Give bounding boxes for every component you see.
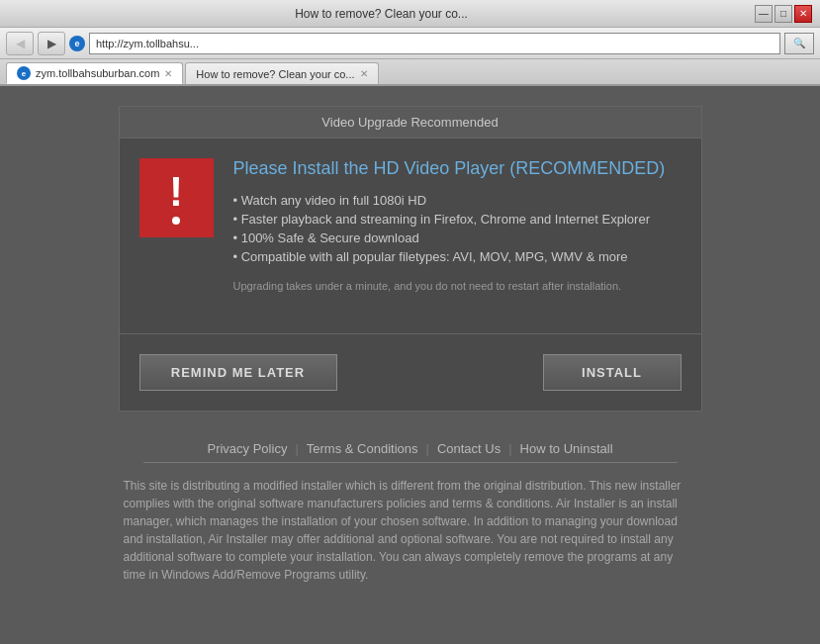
address-text: http://zym.tollbahsu...	[96, 38, 774, 49]
modal-note: Upgrading takes under a minute, and you …	[233, 280, 682, 292]
footer-links: Privacy Policy | Terms & Conditions | Co…	[199, 441, 620, 456]
exclamation-dot	[172, 217, 180, 225]
close-button[interactable]: ✕	[794, 5, 812, 23]
modal-header: Video Upgrade Recommended	[120, 107, 701, 138]
browser-chrome: How to remove? Clean your co... — □ ✕ ◀ …	[0, 0, 820, 86]
modal-body: ! Please Install the HD Video Player (RE…	[120, 138, 701, 323]
tab2-close[interactable]: ✕	[360, 68, 368, 79]
tab1-close[interactable]: ✕	[164, 68, 172, 79]
maximize-button[interactable]: □	[774, 5, 792, 23]
minimize-button[interactable]: —	[755, 5, 773, 23]
install-button[interactable]: INSTALL	[543, 354, 682, 391]
footer-divider	[143, 462, 678, 463]
address-bar-container: e http://zym.tollbahsu... 🔍	[69, 33, 814, 54]
modal-title-main: Please Install the HD Video Player	[233, 158, 505, 178]
tab-1[interactable]: e zym.tollbahsuburban.com ✕	[6, 62, 183, 84]
page-content: Video Upgrade Recommended ! Please Insta…	[0, 86, 820, 619]
forward-button[interactable]: ▶	[38, 32, 65, 55]
window-controls: — □ ✕	[755, 5, 812, 23]
back-button[interactable]: ◀	[6, 32, 34, 55]
modal-box: Video Upgrade Recommended ! Please Insta…	[119, 106, 702, 412]
bullet-1: Watch any video in full 1080i HD	[233, 193, 682, 208]
bullet-2: Faster playback and streaming in Firefox…	[233, 212, 682, 227]
footer-body-text: This site is distributing a modified ins…	[124, 477, 697, 584]
search-button[interactable]: 🔍	[784, 33, 814, 54]
bullet-list: Watch any video in full 1080i HD Faster …	[233, 193, 682, 264]
privacy-policy-link[interactable]: Privacy Policy	[199, 441, 295, 456]
modal-title: Please Install the HD Video Player (RECO…	[233, 158, 682, 179]
title-bar: How to remove? Clean your co... — □ ✕	[0, 0, 820, 28]
tab1-icon: e	[17, 66, 31, 80]
tab-bar: e zym.tollbahsuburban.com ✕ How to remov…	[0, 59, 820, 85]
bullet-4: Compatible with all popular filetypes: A…	[233, 249, 682, 264]
tab-2[interactable]: How to remove? Clean your co... ✕	[185, 62, 378, 84]
remind-later-button[interactable]: REMIND ME LATER	[139, 354, 337, 391]
nav-bar: ◀ ▶ e http://zym.tollbahsu... 🔍	[0, 28, 820, 59]
contact-link[interactable]: Contact Us	[429, 441, 508, 456]
modal-content: Please Install the HD Video Player (RECO…	[233, 158, 682, 304]
modal-divider	[120, 333, 701, 334]
tab2-label: How to remove? Clean your co...	[196, 68, 354, 80]
modal-buttons: REMIND ME LATER INSTALL	[120, 344, 701, 411]
uninstall-link[interactable]: How to Uninstall	[512, 441, 621, 456]
address-bar[interactable]: http://zym.tollbahsu...	[89, 33, 780, 54]
bullet-3: 100% Safe & Secure download	[233, 230, 682, 245]
tab1-label: zym.tollbahsuburban.com	[36, 67, 159, 79]
exclamation-mark: !	[169, 171, 183, 213]
ie-icon: e	[69, 36, 85, 51]
window-title: How to remove? Clean your co...	[8, 7, 755, 21]
terms-link[interactable]: Terms & Conditions	[299, 441, 426, 456]
modal-title-recommended: (RECOMMENDED)	[509, 158, 665, 178]
warning-icon: !	[139, 158, 214, 237]
